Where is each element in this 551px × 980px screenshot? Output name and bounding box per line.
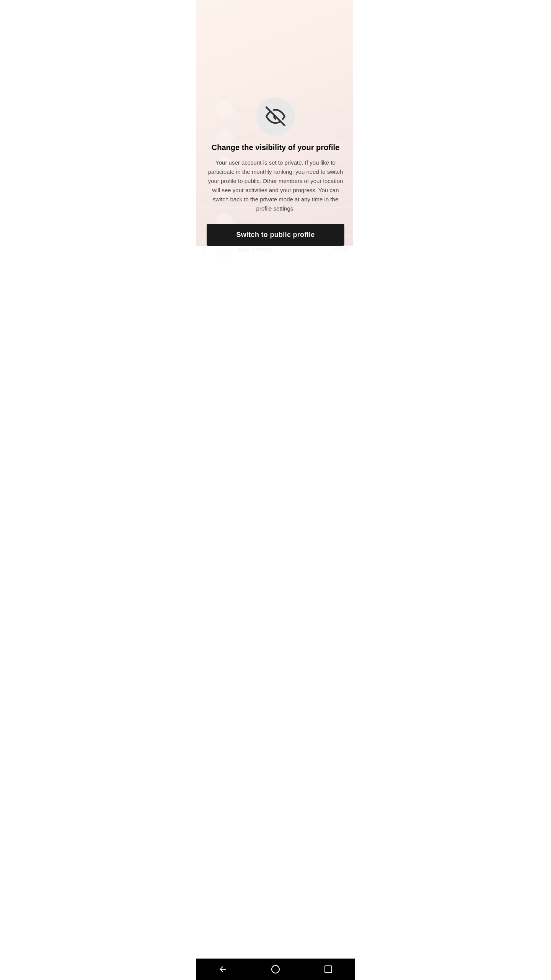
hidden-eye-icon [266, 106, 285, 126]
modal-description: Your user account is set to private. If … [205, 158, 346, 213]
modal-title: Change the visibility of your profile [212, 143, 339, 152]
visibility-icon-container [256, 97, 295, 136]
switch-to-public-button[interactable]: Switch to public profile [207, 224, 344, 246]
visibility-modal: Change the visibility of your profile Yo… [196, 0, 355, 343]
